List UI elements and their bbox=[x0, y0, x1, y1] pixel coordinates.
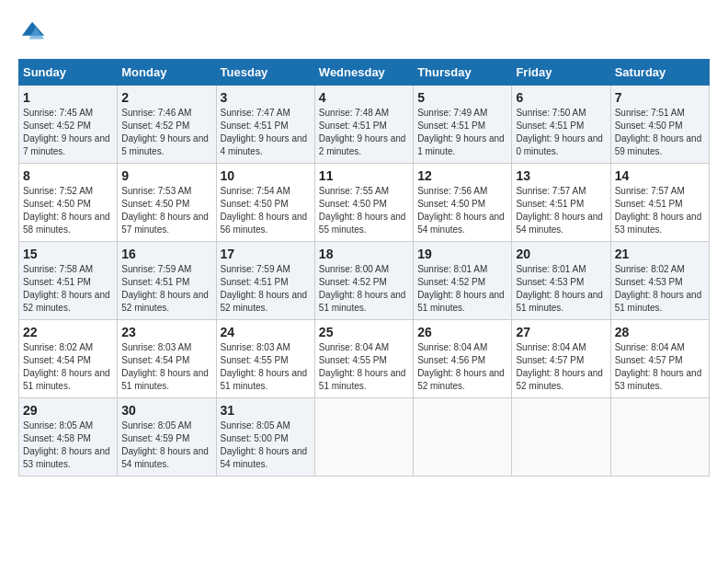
day-number: 28 bbox=[615, 325, 705, 339]
day-number: 29 bbox=[23, 403, 113, 418]
day-number: 21 bbox=[615, 247, 705, 261]
calendar-cell: 14 Sunrise: 7:57 AM Sunset: 4:51 PM Dayl… bbox=[610, 164, 709, 242]
calendar-cell: 9 Sunrise: 7:53 AM Sunset: 4:50 PM Dayli… bbox=[118, 164, 216, 242]
day-number: 11 bbox=[319, 168, 409, 183]
day-info: Sunrise: 7:47 AM Sunset: 4:51 PM Dayligh… bbox=[221, 107, 311, 158]
calendar-cell bbox=[314, 398, 413, 477]
day-number: 20 bbox=[516, 247, 606, 261]
day-info: Sunrise: 7:54 AM Sunset: 4:50 PM Dayligh… bbox=[221, 185, 311, 236]
calendar-cell: 25 Sunrise: 8:04 AM Sunset: 4:55 PM Dayl… bbox=[314, 320, 413, 398]
calendar-cell bbox=[414, 398, 512, 477]
day-number: 14 bbox=[615, 168, 705, 183]
week-row-3: 15 Sunrise: 7:58 AM Sunset: 4:51 PM Dayl… bbox=[19, 242, 710, 320]
day-info: Sunrise: 8:02 AM Sunset: 4:53 PM Dayligh… bbox=[615, 263, 705, 315]
calendar-cell: 23 Sunrise: 8:03 AM Sunset: 4:54 PM Dayl… bbox=[118, 320, 216, 398]
day-info: Sunrise: 7:55 AM Sunset: 4:50 PM Dayligh… bbox=[319, 185, 409, 236]
logo bbox=[18, 18, 46, 44]
day-number: 2 bbox=[121, 90, 211, 105]
calendar-cell: 22 Sunrise: 8:02 AM Sunset: 4:54 PM Dayl… bbox=[19, 320, 118, 398]
day-info: Sunrise: 7:56 AM Sunset: 4:50 PM Dayligh… bbox=[417, 185, 507, 236]
day-info: Sunrise: 7:50 AM Sunset: 4:51 PM Dayligh… bbox=[516, 107, 606, 158]
calendar-cell: 13 Sunrise: 7:57 AM Sunset: 4:51 PM Dayl… bbox=[512, 164, 610, 242]
day-info: Sunrise: 7:51 AM Sunset: 4:50 PM Dayligh… bbox=[615, 107, 705, 158]
day-info: Sunrise: 7:57 AM Sunset: 4:51 PM Dayligh… bbox=[615, 185, 705, 236]
day-info: Sunrise: 7:57 AM Sunset: 4:51 PM Dayligh… bbox=[516, 185, 606, 236]
calendar-cell: 2 Sunrise: 7:46 AM Sunset: 4:52 PM Dayli… bbox=[118, 86, 216, 164]
page-header bbox=[18, 18, 710, 44]
header-day-friday: Friday bbox=[512, 60, 610, 86]
header-day-wednesday: Wednesday bbox=[314, 60, 413, 86]
week-row-4: 22 Sunrise: 8:02 AM Sunset: 4:54 PM Dayl… bbox=[19, 320, 710, 398]
day-info: Sunrise: 8:05 AM Sunset: 4:58 PM Dayligh… bbox=[23, 419, 113, 471]
day-info: Sunrise: 7:45 AM Sunset: 4:52 PM Dayligh… bbox=[23, 107, 113, 158]
calendar-cell: 12 Sunrise: 7:56 AM Sunset: 4:50 PM Dayl… bbox=[414, 164, 512, 242]
day-info: Sunrise: 7:52 AM Sunset: 4:50 PM Dayligh… bbox=[23, 185, 113, 236]
day-info: Sunrise: 8:04 AM Sunset: 4:55 PM Dayligh… bbox=[319, 341, 409, 393]
calendar-table: SundayMondayTuesdayWednesdayThursdayFrid… bbox=[18, 59, 710, 477]
day-number: 3 bbox=[221, 90, 311, 105]
calendar-cell: 28 Sunrise: 8:04 AM Sunset: 4:57 PM Dayl… bbox=[610, 320, 709, 398]
day-info: Sunrise: 8:00 AM Sunset: 4:52 PM Dayligh… bbox=[319, 263, 409, 315]
day-number: 5 bbox=[417, 90, 507, 105]
day-number: 1 bbox=[23, 90, 113, 105]
day-number: 12 bbox=[417, 168, 507, 183]
header-day-tuesday: Tuesday bbox=[216, 60, 314, 86]
day-number: 9 bbox=[121, 168, 211, 183]
day-info: Sunrise: 7:59 AM Sunset: 4:51 PM Dayligh… bbox=[221, 263, 311, 315]
day-number: 18 bbox=[319, 247, 409, 261]
calendar-cell: 7 Sunrise: 7:51 AM Sunset: 4:50 PM Dayli… bbox=[610, 86, 709, 164]
calendar-cell: 6 Sunrise: 7:50 AM Sunset: 4:51 PM Dayli… bbox=[512, 86, 610, 164]
day-info: Sunrise: 8:01 AM Sunset: 4:53 PM Dayligh… bbox=[516, 263, 606, 315]
calendar-cell: 8 Sunrise: 7:52 AM Sunset: 4:50 PM Dayli… bbox=[19, 164, 118, 242]
calendar-cell: 18 Sunrise: 8:00 AM Sunset: 4:52 PM Dayl… bbox=[314, 242, 413, 320]
day-info: Sunrise: 8:04 AM Sunset: 4:57 PM Dayligh… bbox=[516, 341, 606, 393]
day-number: 16 bbox=[121, 247, 211, 261]
calendar-cell: 11 Sunrise: 7:55 AM Sunset: 4:50 PM Dayl… bbox=[314, 164, 413, 242]
day-info: Sunrise: 8:04 AM Sunset: 4:56 PM Dayligh… bbox=[417, 341, 507, 393]
calendar-cell: 15 Sunrise: 7:58 AM Sunset: 4:51 PM Dayl… bbox=[19, 242, 118, 320]
day-number: 10 bbox=[221, 168, 311, 183]
day-number: 25 bbox=[319, 325, 409, 339]
day-info: Sunrise: 7:48 AM Sunset: 4:51 PM Dayligh… bbox=[319, 107, 409, 158]
calendar-cell: 24 Sunrise: 8:03 AM Sunset: 4:55 PM Dayl… bbox=[216, 320, 314, 398]
day-number: 22 bbox=[23, 325, 113, 339]
calendar-cell: 5 Sunrise: 7:49 AM Sunset: 4:51 PM Dayli… bbox=[414, 86, 512, 164]
calendar-cell: 30 Sunrise: 8:05 AM Sunset: 4:59 PM Dayl… bbox=[118, 398, 216, 477]
day-number: 17 bbox=[221, 247, 311, 261]
week-row-1: 1 Sunrise: 7:45 AM Sunset: 4:52 PM Dayli… bbox=[19, 86, 710, 164]
day-info: Sunrise: 8:03 AM Sunset: 4:54 PM Dayligh… bbox=[121, 341, 211, 393]
calendar-cell bbox=[610, 398, 709, 477]
day-number: 7 bbox=[615, 90, 705, 105]
header-day-thursday: Thursday bbox=[414, 60, 512, 86]
day-number: 30 bbox=[121, 403, 211, 418]
calendar-cell: 3 Sunrise: 7:47 AM Sunset: 4:51 PM Dayli… bbox=[216, 86, 314, 164]
day-info: Sunrise: 8:03 AM Sunset: 4:55 PM Dayligh… bbox=[221, 341, 311, 393]
calendar-cell: 20 Sunrise: 8:01 AM Sunset: 4:53 PM Dayl… bbox=[512, 242, 610, 320]
header-day-monday: Monday bbox=[118, 60, 216, 86]
calendar-cell: 1 Sunrise: 7:45 AM Sunset: 4:52 PM Dayli… bbox=[19, 86, 118, 164]
day-info: Sunrise: 8:04 AM Sunset: 4:57 PM Dayligh… bbox=[615, 341, 705, 393]
day-info: Sunrise: 8:05 AM Sunset: 4:59 PM Dayligh… bbox=[121, 419, 211, 471]
calendar-cell bbox=[512, 398, 610, 477]
day-info: Sunrise: 7:53 AM Sunset: 4:50 PM Dayligh… bbox=[121, 185, 211, 236]
week-row-5: 29 Sunrise: 8:05 AM Sunset: 4:58 PM Dayl… bbox=[19, 398, 710, 477]
calendar-cell: 26 Sunrise: 8:04 AM Sunset: 4:56 PM Dayl… bbox=[414, 320, 512, 398]
day-number: 19 bbox=[417, 247, 507, 261]
day-number: 6 bbox=[516, 90, 606, 105]
day-number: 27 bbox=[516, 325, 606, 339]
logo-icon bbox=[20, 18, 46, 44]
day-info: Sunrise: 7:59 AM Sunset: 4:51 PM Dayligh… bbox=[121, 263, 211, 315]
header-day-saturday: Saturday bbox=[610, 60, 709, 86]
day-info: Sunrise: 8:05 AM Sunset: 5:00 PM Dayligh… bbox=[221, 419, 311, 471]
day-number: 24 bbox=[221, 325, 311, 339]
day-info: Sunrise: 7:49 AM Sunset: 4:51 PM Dayligh… bbox=[417, 107, 507, 158]
calendar-cell: 27 Sunrise: 8:04 AM Sunset: 4:57 PM Dayl… bbox=[512, 320, 610, 398]
day-number: 8 bbox=[23, 168, 113, 183]
header-row: SundayMondayTuesdayWednesdayThursdayFrid… bbox=[19, 60, 710, 86]
day-info: Sunrise: 7:58 AM Sunset: 4:51 PM Dayligh… bbox=[23, 263, 113, 315]
day-info: Sunrise: 8:02 AM Sunset: 4:54 PM Dayligh… bbox=[23, 341, 113, 393]
day-number: 4 bbox=[319, 90, 409, 105]
day-number: 26 bbox=[417, 325, 507, 339]
day-info: Sunrise: 7:46 AM Sunset: 4:52 PM Dayligh… bbox=[121, 107, 211, 158]
calendar-cell: 16 Sunrise: 7:59 AM Sunset: 4:51 PM Dayl… bbox=[118, 242, 216, 320]
